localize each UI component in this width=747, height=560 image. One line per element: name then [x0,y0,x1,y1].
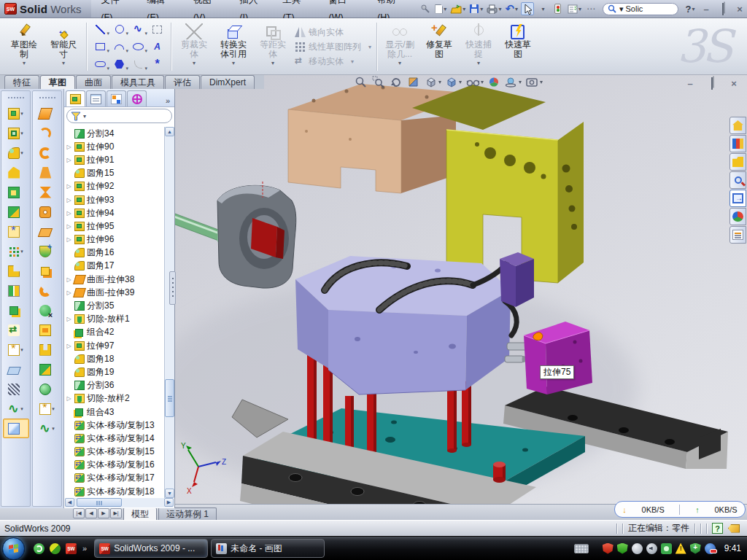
featuremanager-tab[interactable] [66,90,85,106]
view-palette-tab[interactable] [729,190,746,207]
feature-tree-item[interactable]: ▷ 圆角16 [66,246,163,260]
slot-tool[interactable]: ▾ [91,56,109,73]
expand-arrow-icon[interactable]: ▷ [66,276,72,283]
thicken-tool[interactable]: ▾ [34,379,61,399]
select-button[interactable] [521,2,534,15]
graphics-viewport[interactable]: Y Z X ▾ ▾ ▾ ▾ ▾ – × 拉伸75 [175,75,747,504]
tab-surfaces[interactable]: 曲面 [76,75,111,89]
line-tool[interactable]: ▾ [91,21,109,38]
extruded-cut-tool[interactable]: ▾ [3,123,29,143]
solidworks-resources-tab[interactable] [729,117,746,134]
model-yoke[interactable] [412,85,584,284]
minimize-button[interactable]: – [699,4,713,15]
feature-tree-item[interactable]: ▷ 分割36 [66,379,163,392]
feature-tree-item[interactable]: ▷ 实体-移动/复制13 [66,419,163,432]
feature-tree-item[interactable]: ▷ 切除-放样1 [66,313,163,326]
save-button[interactable]: ▾ [468,2,484,15]
feature-tree-item[interactable]: ▷ 拉伸96 [66,233,163,246]
motion-study-tab[interactable]: 运动算例 1 [158,508,217,520]
new-document-button[interactable]: ▾ [434,2,447,15]
chamfer-tool[interactable]: ▾ [3,163,29,182]
feature-tree-item[interactable]: ▷ 切除-放样2 [66,392,163,405]
messenger-tray-icon[interactable] [661,543,672,554]
convert-entities-button[interactable]: 转换实 体引用▾ [214,20,253,73]
point-tool[interactable]: *▾ [148,56,166,73]
quick-tips-icon[interactable]: ? [712,523,723,534]
protection-tray-icon[interactable] [690,543,701,554]
scroll-right-icon[interactable]: ▶ [164,498,174,507]
shell-tool[interactable]: ▾ [3,182,29,202]
dimxpertmanager-tab[interactable] [127,90,147,106]
planar-surface-tool[interactable]: ▾ [34,222,61,241]
file-explorer-tab[interactable] [729,153,746,171]
feature-tree-item[interactable]: ▷ 圆角19 [66,365,163,378]
media-quicklaunch-icon[interactable] [50,543,61,554]
expand-arrow-icon[interactable]: ▷ [66,210,72,217]
feature-tree-item[interactable]: ▷ 拉伸95 [66,219,163,233]
tab-nav-button[interactable]: ▶ [98,508,109,518]
polygon-tool[interactable]: ▾ [110,56,128,73]
doc-minimize-button[interactable]: – [683,78,697,89]
feature-tree-item[interactable]: ▷ 圆角17 [66,260,163,273]
scroll-left-icon[interactable]: ◀ [65,498,74,507]
solidworks-quicklaunch-icon[interactable]: SW [66,543,77,554]
tab-evaluate[interactable]: 评估 [165,75,200,89]
combine-bodies-tool[interactable]: ▾ [3,300,29,320]
model-magenta-block[interactable] [524,322,592,394]
tab-sketch[interactable]: 草图 [40,75,75,89]
previous-view-icon[interactable] [390,76,403,88]
filled-surface-tool[interactable]: ▾ [34,202,61,222]
boundary-surface-tool[interactable]: ▾ [34,182,61,202]
arc-tool[interactable]: ▾ [110,39,128,55]
expand-arrow-icon[interactable]: ▷ [66,236,72,243]
3d-model[interactable]: Y Z X [175,75,747,504]
print-button[interactable]: ▾ [486,2,502,15]
task-solidworks[interactable]: SW SolidWorks 2009 - ... [94,539,208,558]
quicklaunch-overflow-icon[interactable]: » [82,544,87,553]
hide-show-items-icon[interactable]: ▾ [465,76,484,88]
keyboard-layout-icon[interactable] [574,544,589,553]
expand-arrow-icon[interactable]: ▷ [66,395,72,402]
feature-tree-item[interactable]: ▷ 曲面-拉伸39 [66,286,163,299]
knit-surface-tool[interactable]: ▾ [34,359,61,379]
feature-tree-item[interactable]: ▷ 拉伸97 [66,339,163,352]
extruded-boss-tool[interactable]: ▾ [3,104,29,123]
curve-tool[interactable]: ▾ [3,399,29,419]
rectangle-tool[interactable]: ▾ [91,39,109,55]
propertymanager-tab[interactable] [86,90,106,106]
expand-arrow-icon[interactable]: ▷ [66,197,72,203]
axis-tool[interactable]: ▾ [3,379,29,399]
reference-geometry-tool-2[interactable]: ▾ [34,399,61,419]
close-button[interactable]: × [732,4,747,15]
custom-properties-tab[interactable] [729,226,746,244]
open-button[interactable]: ▾ [449,2,466,15]
extend-surface-tool[interactable]: ▾ [34,281,61,300]
feature-tree-item[interactable]: ▷ 实体-移动/复制14 [66,432,163,445]
mirror-bodies-tool[interactable]: ▾ [3,281,29,300]
rib-tool[interactable]: ▾ [3,261,29,281]
tab-nav-button[interactable]: |◀ [73,508,85,518]
search-scope-dropdown[interactable]: ▾ [619,4,624,14]
taskbar-clock[interactable]: 9:41 [721,543,747,553]
feature-tree-item[interactable]: ▷ 组合43 [66,405,163,419]
antivirus-icon[interactable] [603,543,614,554]
scroll-up-icon[interactable]: ▲ [165,127,174,136]
panel-splitter-handle[interactable] [169,271,176,305]
section-view-icon[interactable] [407,76,421,88]
spline-tool[interactable]: ▾ [129,21,147,38]
apply-scene-icon[interactable]: ▾ [504,76,522,88]
tab-mold-tools[interactable]: 模具工具 [112,75,164,89]
display-delete-relations-button[interactable]: 显示/删 除几...▾ [380,20,419,73]
start-button[interactable] [2,537,25,560]
revolved-surface-tool[interactable]: ▾ [34,123,61,143]
move-entities-button[interactable]: 移动实体▾ [295,55,371,67]
repair-sketch-button[interactable]: 修复草 图▾ [419,20,459,73]
tab-dimxpert[interactable]: DimXpert [201,75,255,89]
delete-face-tool[interactable]: ▾ [34,300,61,320]
feature-tree-item[interactable]: ▷ 圆角18 [66,352,163,365]
draft-tool[interactable]: ▾ [3,202,29,222]
model-short-pin[interactable] [493,462,506,483]
task-paint[interactable]: 未命名 - 画图 [211,539,325,558]
tab-nav-button[interactable]: ▶| [110,508,122,518]
lofted-surface-tool[interactable]: ▾ [34,163,61,182]
